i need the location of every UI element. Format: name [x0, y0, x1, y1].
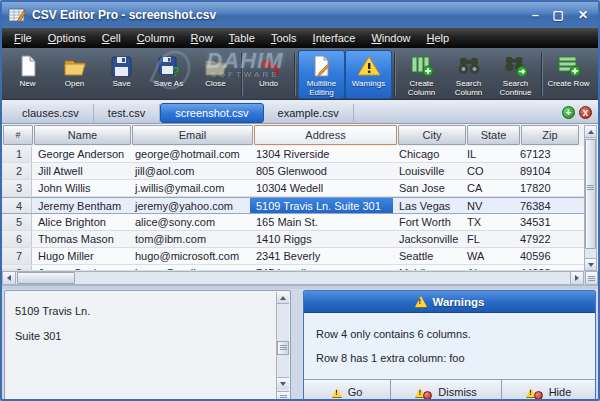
cell-name[interactable]: George Anderson [32, 146, 129, 162]
column-header-state[interactable]: State [467, 125, 520, 145]
cell-address[interactable]: 805 Glenwood [250, 163, 393, 179]
row-number[interactable]: 4 [2, 198, 32, 213]
cell-email[interactable]: jill@aol.com [129, 163, 250, 179]
row-number[interactable]: 3 [2, 180, 32, 196]
editor-scrollbar[interactable] [276, 292, 289, 401]
scrollbar-corner-grip[interactable] [585, 271, 598, 285]
cell-state[interactable]: CA [461, 180, 514, 196]
scroll-right-button[interactable] [570, 272, 583, 284]
cell-email[interactable]: tom@ibm.com [129, 231, 250, 247]
cell-address[interactable]: 165 Main St. [250, 214, 393, 230]
table-row[interactable]: 7 Hugo Miller hugo@microsoft.com 2341 Be… [2, 248, 584, 265]
cell-city[interactable]: Louisville [393, 163, 461, 179]
cell-email[interactable]: james@mail.com [129, 265, 250, 270]
cell-state[interactable]: CO [461, 163, 514, 179]
cell-state[interactable]: FL [461, 231, 514, 247]
cell-name[interactable]: Alice Brighton [32, 214, 129, 230]
cell-zip[interactable]: 40596 [514, 248, 572, 264]
cell-name[interactable]: James Cook [32, 265, 129, 270]
column-header-city[interactable]: City [398, 125, 466, 145]
column-header-address[interactable]: Address [254, 125, 397, 145]
cell-email[interactable]: george@hotmail.com [129, 146, 250, 162]
table-row[interactable]: 5 Alice Brighton alice@sony.com 165 Main… [2, 214, 584, 231]
table-row[interactable]: 2 Jill Atwell jill@aol.com 805 Glenwood … [2, 163, 584, 180]
delete-row-button[interactable]: Delete Row(s) [592, 50, 598, 99]
scrollbar-thumb[interactable] [277, 341, 289, 355]
tab-screenshot-csv[interactable]: screenshot.csv [160, 103, 263, 123]
cell-state[interactable]: WA [461, 248, 514, 264]
cell-zip[interactable]: 76384 [514, 198, 572, 213]
scroll-down-button[interactable] [585, 258, 596, 270]
cell-address[interactable]: 1410 Riggs [250, 231, 393, 247]
row-number[interactable]: 6 [2, 231, 32, 247]
close-tab-button[interactable]: x [579, 106, 592, 119]
cell-address[interactable]: 1304 Riverside [250, 146, 393, 162]
tab-clauses-csv[interactable]: clauses.csv [8, 104, 94, 122]
hide-button[interactable]: Hide [502, 380, 595, 401]
cell-zip[interactable]: 34531 [514, 214, 572, 230]
row-number[interactable]: 8 [2, 265, 32, 270]
open-button[interactable]: Open [51, 50, 98, 99]
column-header-index[interactable]: # [3, 125, 33, 145]
cell-city[interactable]: Fort Worth [393, 214, 461, 230]
scroll-left-button[interactable] [3, 272, 16, 284]
multiline-editing-button[interactable]: Multiline Editing [298, 50, 345, 99]
menu-file[interactable]: File [6, 30, 40, 46]
row-number[interactable]: 1 [2, 146, 32, 162]
cell-email[interactable]: hugo@microsoft.com [129, 248, 250, 264]
tab-example-csv[interactable]: example.csv [264, 104, 354, 122]
column-header-email[interactable]: Email [132, 125, 253, 145]
cell-city[interactable]: Chicago [393, 146, 461, 162]
menu-interface[interactable]: Interface [305, 30, 364, 46]
maximize-button[interactable]: ▢ [553, 8, 564, 22]
scrollbar-grip-box[interactable] [277, 391, 289, 401]
row-number[interactable]: 7 [2, 248, 32, 264]
row-number[interactable]: 5 [2, 214, 32, 230]
cell-state[interactable]: TX [461, 214, 514, 230]
go-button[interactable]: Go [304, 380, 391, 401]
cell-address-selected[interactable]: 5109 Travis Ln. Suite 301 [250, 198, 393, 213]
column-header-zip[interactable]: Zip [521, 125, 579, 145]
undo-button[interactable]: Undo [245, 50, 292, 99]
menu-row[interactable]: Row [183, 30, 221, 46]
cell-zip[interactable]: 89104 [514, 163, 572, 179]
cell-state[interactable]: IL [461, 146, 514, 162]
save-as-button[interactable]: ? Save As [145, 50, 192, 99]
menu-table[interactable]: Table [221, 30, 263, 46]
cell-address[interactable]: 745 Lovell [250, 265, 393, 270]
multiline-cell-editor[interactable]: 5109 Travis Ln. Suite 301 [4, 290, 291, 401]
warnings-header[interactable]: Warnings [304, 291, 595, 313]
tab-test-csv[interactable]: test.csv [94, 104, 160, 122]
cell-zip[interactable]: 44023 [514, 265, 572, 270]
menu-window[interactable]: Window [363, 30, 418, 46]
scrollbar-thumb[interactable] [585, 139, 596, 249]
search-column-button[interactable]: Search Column [445, 50, 492, 99]
add-tab-button[interactable]: + [562, 106, 575, 119]
search-continue-button[interactable]: Search Continue [492, 50, 539, 99]
table-row-selected[interactable]: 4 Jeremy Bentham jeremy@yahoo.com 5109 T… [2, 197, 584, 214]
minimize-button[interactable]: – [532, 8, 539, 22]
close-file-button[interactable]: Close [192, 50, 239, 99]
cell-city[interactable]: Seattle [393, 248, 461, 264]
row-number[interactable]: 2 [2, 163, 32, 179]
cell-state[interactable]: NV [461, 198, 514, 213]
close-button[interactable]: ✕ [578, 8, 588, 22]
cell-zip[interactable]: 17820 [514, 180, 572, 196]
new-button[interactable]: New [4, 50, 51, 99]
cell-name[interactable]: Thomas Mason [32, 231, 129, 247]
table-row[interactable]: 3 John Willis j.willis@ymail.com 10304 W… [2, 180, 584, 197]
menu-options[interactable]: Options [40, 30, 94, 46]
menu-cell[interactable]: Cell [94, 30, 129, 46]
dismiss-button[interactable]: Dismiss [391, 380, 502, 401]
column-header-name[interactable]: Name [34, 125, 131, 145]
cell-city[interactable]: Mobile [393, 265, 461, 270]
menu-tools[interactable]: Tools [263, 30, 305, 46]
cell-zip[interactable]: 67123 [514, 146, 572, 162]
grid-vertical-scrollbar[interactable] [584, 125, 597, 271]
cell-zip[interactable]: 47922 [514, 231, 572, 247]
create-column-button[interactable]: Create Column [398, 50, 445, 99]
cell-city[interactable]: Las Vegas [393, 198, 461, 213]
cell-email[interactable]: j.willis@ymail.com [129, 180, 250, 196]
warnings-button[interactable]: Warnings [345, 50, 392, 99]
cell-name[interactable]: Jill Atwell [32, 163, 129, 179]
